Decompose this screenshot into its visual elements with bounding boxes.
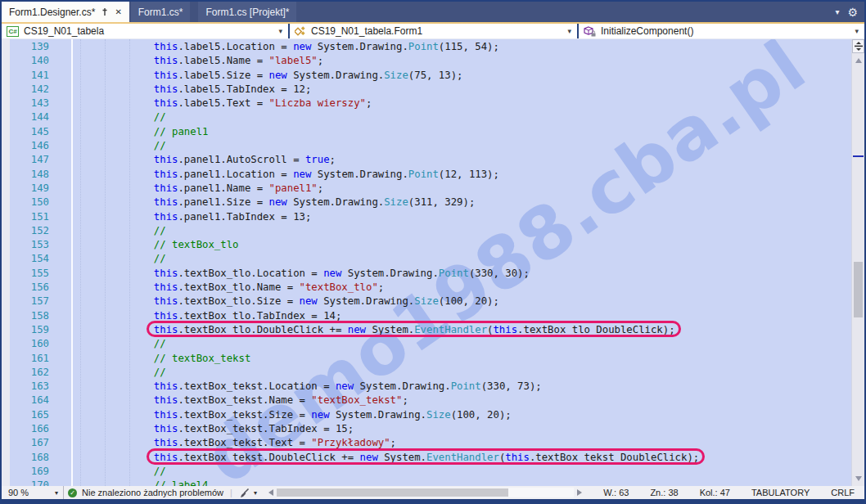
code-line[interactable]: 158 this.textBox_tlo.TabIndex = 14;	[2, 309, 851, 323]
project-dropdown[interactable]: C# CS19_N01_tabela ▾	[2, 24, 290, 38]
close-icon[interactable]: ✕	[115, 7, 121, 16]
code-line[interactable]: 160 //	[2, 337, 851, 351]
column-indicator[interactable]: Kol.: 47	[700, 488, 730, 497]
code-line[interactable]: 156 this.textBox_tlo.Name = "textBox_tlo…	[2, 281, 851, 295]
code-line[interactable]: 159 this.textBox_tlo.DoubleClick += new …	[2, 323, 851, 337]
line-number[interactable]: 157	[2, 295, 49, 308]
line-number[interactable]: 170	[2, 479, 49, 486]
line-number[interactable]: 144	[2, 110, 49, 124]
code-line[interactable]: 143 this.label5.Text = "Liczba wierszy";	[2, 97, 851, 110]
code-line[interactable]: 151 this.panel1.TabIndex = 13;	[2, 210, 851, 224]
line-number[interactable]: 158	[2, 309, 49, 323]
line-number[interactable]: 141	[2, 69, 49, 83]
window-dropdown-icon[interactable]: ▾	[835, 7, 839, 16]
code-line[interactable]: 154 //	[2, 252, 851, 266]
code-line[interactable]: 147 this.panel1.AutoScroll = true;	[2, 153, 851, 167]
vs-window: Form1.Designer.cs* ✕ Form1.cs* Form1.cs …	[0, 0, 866, 504]
editor-status-bar: 90 % ▾ ✓ Nie znaleziono żadnych problemó…	[2, 486, 864, 499]
document-tab-bar: Form1.Designer.cs* ✕ Form1.cs* Form1.cs …	[2, 2, 864, 22]
code-line[interactable]: 142 this.label5.TabIndex = 12;	[2, 83, 851, 97]
code-line[interactable]: 157 this.textBox_tlo.Size = new System.D…	[2, 295, 851, 308]
code-line[interactable]: 150 this.panel1.Size = new System.Drawin…	[2, 196, 851, 209]
method-icon	[584, 26, 596, 37]
code-line[interactable]: 145 // panel1	[2, 125, 851, 139]
code-line[interactable]: 170 // label4	[2, 479, 851, 486]
line-number[interactable]: 140	[2, 54, 49, 68]
line-number[interactable]: 154	[2, 252, 49, 266]
line-number[interactable]: 152	[2, 224, 49, 238]
code-line[interactable]: 169 //	[2, 465, 851, 479]
word-count[interactable]: W.: 63	[603, 488, 629, 497]
scroll-right-arrow-icon[interactable]	[577, 489, 582, 496]
code-line[interactable]: 140 this.label5.Name = "label5";	[2, 54, 851, 68]
vertical-scrollbar[interactable]	[851, 39, 864, 486]
line-number[interactable]: 168	[2, 451, 49, 465]
code-line[interactable]: 161 // textBox_tekst	[2, 352, 851, 366]
char-count[interactable]: Zn.: 38	[650, 488, 678, 497]
line-number[interactable]: 160	[2, 337, 49, 351]
type-dropdown[interactable]: CS19_N01_tabela.Form1 ▾	[290, 24, 579, 38]
line-number[interactable]: 166	[2, 422, 49, 436]
code-pane[interactable]: 139 this.label5.Location = new System.Dr…	[2, 40, 851, 486]
line-number[interactable]: 164	[2, 394, 49, 407]
gear-icon[interactable]: ⚙	[847, 6, 858, 19]
code-line[interactable]: 163 this.textBox_tekst.Location = new Sy…	[2, 380, 851, 394]
line-number[interactable]: 143	[2, 97, 49, 110]
line-number[interactable]: 145	[2, 125, 49, 139]
code-line[interactable]: 162 //	[2, 366, 851, 380]
code-line[interactable]: 164 this.textBox_tekst.Name = "textBox_t…	[2, 394, 851, 407]
horizontal-scrollbar[interactable]	[277, 488, 574, 497]
code-line[interactable]: 149 this.panel1.Name = "panel1";	[2, 182, 851, 196]
line-number[interactable]: 155	[2, 267, 49, 281]
class-icon	[295, 26, 306, 36]
code-editor[interactable]: demo1988.cba.pl 139 this.label5.Location…	[2, 39, 864, 486]
code-line[interactable]: 141 this.label5.Size = new System.Drawin…	[2, 69, 851, 83]
line-number[interactable]: 165	[2, 408, 49, 422]
line-number[interactable]: 146	[2, 139, 49, 153]
horizontal-scrollbar-thumb[interactable]	[277, 488, 508, 497]
code-line[interactable]: 166 this.textBox_tekst.TabIndex = 15;	[2, 422, 851, 436]
code-line[interactable]: 167 this.textBox_tekst.Text = "Przykłado…	[2, 436, 851, 450]
line-number[interactable]: 151	[2, 210, 49, 224]
code-line[interactable]: 139 this.label5.Location = new System.Dr…	[2, 40, 851, 54]
line-number[interactable]: 159	[2, 323, 49, 337]
line-number[interactable]: 147	[2, 153, 49, 167]
line-number[interactable]: 169	[2, 465, 49, 479]
pin-icon[interactable]	[101, 7, 109, 16]
scroll-left-arrow-icon[interactable]	[268, 489, 273, 496]
line-number[interactable]: 142	[2, 83, 49, 97]
scroll-down-arrow-icon[interactable]	[855, 476, 862, 481]
zoom-selector[interactable]: 90 % ▾	[3, 486, 64, 499]
code-line[interactable]: 146 //	[2, 139, 851, 153]
code-line[interactable]: 152 //	[2, 224, 851, 238]
line-number[interactable]: 139	[2, 40, 49, 54]
code-cleanup-button[interactable]: ▾	[239, 488, 257, 498]
chevron-down-icon: ▾	[855, 27, 859, 35]
code-line[interactable]: 155 this.textBox_tlo.Location = new Syst…	[2, 267, 851, 281]
code-line[interactable]: 153 // textBox_tlo	[2, 238, 851, 252]
code-line[interactable]: 168 this.textBox_tekst.DoubleClick += ne…	[2, 451, 851, 465]
line-number[interactable]: 162	[2, 366, 49, 380]
line-ending-indicator[interactable]: CRLF	[831, 488, 855, 497]
tab-form1-cs-projekt[interactable]: Form1.cs [Projekt]*	[198, 2, 296, 22]
line-number[interactable]: 167	[2, 436, 49, 450]
split-editor-grip[interactable]	[852, 39, 864, 53]
code-line[interactable]: 144 //	[2, 110, 851, 124]
code-line[interactable]: 148 this.panel1.Location = new System.Dr…	[2, 168, 851, 182]
line-number[interactable]: 148	[2, 168, 49, 182]
document-health-indicator[interactable]: ✓ Nie znaleziono żadnych problemów	[68, 488, 223, 497]
member-dropdown[interactable]: InitializeComponent() ▾	[579, 24, 864, 38]
line-number[interactable]: 149	[2, 182, 49, 196]
member-dropdown-label: InitializeComponent()	[601, 25, 693, 37]
tabs-mode-indicator[interactable]: TABULATORY	[751, 488, 810, 497]
tab-form1-cs[interactable]: Form1.cs*	[131, 2, 191, 22]
vertical-scrollbar-thumb[interactable]	[854, 262, 863, 317]
code-line[interactable]: 165 this.textBox_tekst.Size = new System…	[2, 408, 851, 422]
tab-form1-designer[interactable]: Form1.Designer.cs* ✕	[2, 2, 129, 22]
line-number[interactable]: 156	[2, 281, 49, 295]
scroll-up-arrow-icon[interactable]	[855, 58, 862, 63]
line-number[interactable]: 150	[2, 196, 49, 209]
line-number[interactable]: 161	[2, 352, 49, 366]
line-number[interactable]: 153	[2, 238, 49, 252]
line-number[interactable]: 163	[2, 380, 49, 394]
